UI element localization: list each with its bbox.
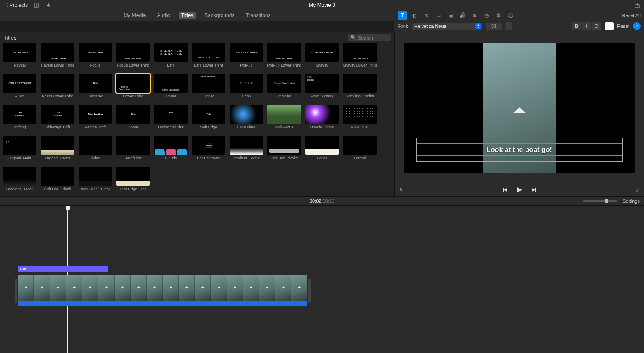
title-tile[interactable]: Name Description Upper [191,74,227,105]
inspector-color-icon[interactable]: ⊛ [422,11,431,20]
title-tile[interactable]: Clouds [153,136,189,167]
zoom-slider[interactable] [583,200,617,202]
inspector-crop-icon[interactable]: ▭ [434,11,443,20]
tab-backgrounds[interactable]: Backgrounds [202,12,237,19]
import-icon[interactable] [46,2,51,8]
voiceover-icon[interactable]: 🎙 [399,187,404,193]
timeline[interactable]: 4.0s – [0,206,644,353]
title-tile[interactable]: TITLE TEXT HERE Gravity [304,43,340,74]
title-tile[interactable]: Soft Bar - Black [39,167,76,196]
reset-all-button[interactable]: Reset All [622,13,641,18]
title-tile[interactable]: ━━━━━━━━━━━━━ Far Far Away [191,136,227,167]
title-tile[interactable]: Torn Edge - Tan [115,167,151,196]
play-icon[interactable] [516,186,523,193]
chevron-updown-icon: ▲▼ [475,23,481,29]
back-to-projects[interactable]: 〈Projects [3,2,28,9]
title-tile[interactable]: Title Subtitle Vertical Drift [77,105,113,136]
next-frame-icon[interactable] [531,187,537,193]
title-clip[interactable]: 4.0s – [18,266,108,272]
title-tile[interactable]: NameDescription Lower Third [115,74,151,105]
share-icon[interactable] [635,2,640,8]
reset-button[interactable]: Reset [617,24,629,29]
clip-handle-right[interactable] [308,279,311,303]
title-tile[interactable]: Date/Time [115,136,151,167]
clip-handle-left[interactable] [15,279,17,303]
title-tile[interactable]: Title·········· Horizontal Blur [153,105,189,136]
title-tile[interactable]: ··· ······ ······ ······ ··· Scrolling C… [342,74,378,105]
svg-line-2 [39,3,39,7]
inspector-volume-icon[interactable]: 🔊 [458,11,467,20]
tab-my-media[interactable]: My Media [121,12,148,19]
title-tile-label: Lower Third [123,94,143,98]
video-clip[interactable] [18,275,307,306]
timeline-settings[interactable]: Settings [623,198,640,204]
title-tile[interactable]: TITLE TEXT HERETITLE TEXT HERE Line [153,43,189,74]
title-tile[interactable]: ∿∿ Organic Main [2,136,38,167]
tab-transitions[interactable]: Transitions [243,12,273,19]
title-overlay-text[interactable]: Look at the boat go! [417,146,622,154]
timeline-frame [131,275,146,301]
inspector-info-icon[interactable]: ⓘ [506,11,515,20]
inspector-stabilize-icon[interactable]: ▣ [446,11,455,20]
text-color-swatch[interactable] [605,22,614,30]
inspector-noise-icon[interactable]: ≋ [470,11,479,20]
library-icon[interactable] [34,2,40,8]
title-tile[interactable]: Torn Edge - Black [77,167,113,196]
title-tile[interactable]: Title Centered [77,74,113,105]
title-tile[interactable]: Gradient - White [228,136,264,167]
fullscreen-icon[interactable]: ⤢ [635,187,640,193]
title-tile[interactable]: Pull Focus [266,105,302,136]
title-tile[interactable]: ····· Prism Lower Third [39,74,76,105]
inspector-tabs: T ◐ ⊛ ▭ ▣ 🔊 ≋ ◷ ❋ ⓘ Reset All [394,10,644,21]
search-input[interactable]: 🔍 Search [348,34,391,41]
title-tile[interactable]: Title Text Here Focus Lower Third [115,43,151,74]
title-tile[interactable]: Ticker [77,136,113,167]
title-tile[interactable]: Name Description Lower [153,74,189,105]
font-select[interactable]: Helvetica Neue▲▼ [412,23,482,30]
tab-titles[interactable]: Titles [179,12,196,19]
title-tile[interactable]: TITLE TEXT HERE Pop-up [228,43,264,74]
font-size-stepper[interactable] [505,22,512,30]
title-tile[interactable]: ··TITLE TEXT HERE Prism [2,74,38,105]
title-tile-label: Sideways Drift [45,125,70,129]
title-tile[interactable]: Soft Bar - White [266,136,302,167]
title-tile[interactable]: Boogie Lights [304,105,340,136]
magic-wand-icon[interactable]: ✦ [398,24,402,30]
title-tile[interactable]: TitleSubtitle Sideways Drift [39,105,76,136]
inspector-effects-icon[interactable]: ❋ [494,11,503,20]
prev-frame-icon[interactable] [502,187,508,193]
tab-audio[interactable]: Audio [154,12,173,19]
video-viewer[interactable]: Look at the boat go! [395,32,644,183]
title-tile[interactable]: T I T L E Echo [228,74,264,105]
title-tile[interactable]: TitleSubtitle Four Corners [304,74,340,105]
title-tile[interactable]: Lens Flare [228,105,264,136]
italic-button[interactable]: I [582,22,592,30]
inspector-filter-icon[interactable]: ◐ [410,11,419,20]
svg-marker-8 [517,187,522,192]
title-tile[interactable]: Title Text Here Reveal Lower Third [39,43,76,74]
title-tile[interactable]: TITLE TEXT HERE Line Lower Third [191,43,227,74]
outline-button[interactable]: O [592,22,601,30]
audio-waveform[interactable] [18,301,307,306]
inspector-title-icon[interactable]: T [398,11,407,20]
title-tile-label: Reveal [14,63,26,67]
title-tile[interactable]: Paper [304,136,340,167]
title-tile[interactable]: TitleSubtitle Drifting [2,105,38,136]
title-tile[interactable]: Title Zoom [115,105,151,136]
bold-button[interactable]: B [572,22,582,30]
font-size-field[interactable]: 53 [486,23,502,30]
timeline-frame [66,275,82,301]
title-tile[interactable]: Title Text Here Pop-up Lower Third [266,43,302,74]
title-tile[interactable]: Title Soft Edge [191,105,227,136]
title-tile[interactable]: Name Description Overlap [266,74,302,105]
title-tile[interactable]: Organic Lower [39,136,76,167]
title-edit-box[interactable]: Look at the boat go! [416,138,623,162]
title-tile[interactable]: Title Text Here Reveal [2,43,38,74]
title-tile[interactable]: Gradient - Black [2,167,38,196]
apply-check-icon[interactable]: ✓ [633,22,641,30]
title-tile[interactable]: Pixie Dust [342,105,378,136]
title-tile[interactable]: Formal [342,136,378,167]
inspector-speed-icon[interactable]: ◷ [482,11,491,20]
title-tile[interactable]: Title Text Here Gravity Lower Third [342,43,378,74]
title-tile[interactable]: Title Text Here Focus [77,43,113,74]
